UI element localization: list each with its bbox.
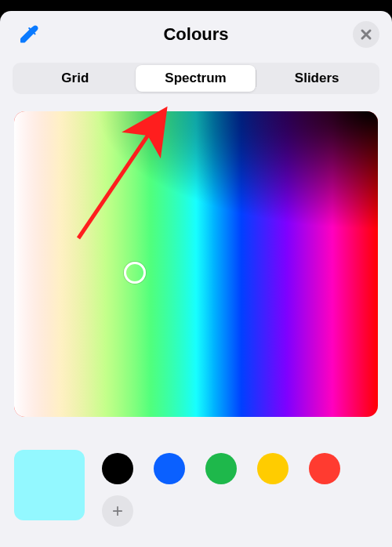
panel-header: Colours — [0, 11, 392, 58]
tab-label: Sliders — [295, 71, 339, 86]
color-picker-panel: Colours Grid Spectrum Sliders — [0, 11, 392, 547]
preset-swatch[interactable] — [205, 453, 237, 484]
preset-swatch[interactable] — [154, 453, 185, 484]
plus-icon: + — [112, 500, 123, 522]
swatch-column: + — [102, 450, 378, 527]
close-icon — [360, 28, 372, 41]
add-swatch-button[interactable]: + — [102, 495, 133, 527]
close-button[interactable] — [353, 21, 379, 48]
preset-swatch-row — [102, 453, 378, 484]
tab-label: Grid — [61, 71, 89, 86]
eyedropper-icon — [17, 24, 39, 45]
eyedropper-button[interactable] — [13, 19, 44, 50]
tab-grid[interactable]: Grid — [15, 65, 136, 92]
preset-swatch[interactable] — [257, 453, 289, 484]
add-swatch-row: + — [102, 495, 378, 527]
spectrum-reticle[interactable] — [124, 262, 146, 284]
current-color-swatch[interactable] — [14, 450, 85, 520]
panel-title: Colours — [163, 24, 228, 45]
view-mode-segmented: Grid Spectrum Sliders — [13, 63, 379, 94]
preset-swatch[interactable] — [309, 453, 340, 484]
spectrum-canvas[interactable] — [14, 111, 378, 417]
preset-swatch[interactable] — [102, 453, 133, 484]
swatch-footer: + — [14, 437, 378, 547]
tab-label: Spectrum — [165, 71, 226, 86]
tab-spectrum[interactable]: Spectrum — [136, 65, 256, 92]
tab-sliders[interactable]: Sliders — [256, 65, 377, 92]
